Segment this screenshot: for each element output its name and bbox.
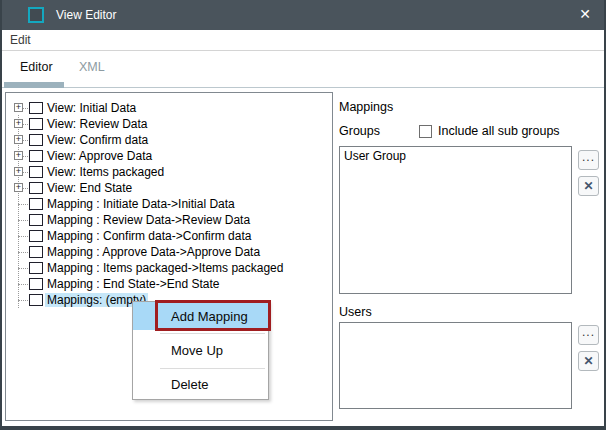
app-icon [28, 7, 44, 23]
include-sub-groups-checkbox[interactable] [419, 125, 432, 138]
list-icon [29, 102, 43, 114]
list-item[interactable]: User Group [340, 147, 571, 165]
groups-label: Groups [339, 124, 380, 138]
list-icon [29, 198, 43, 210]
close-icon[interactable]: ✕ [579, 6, 591, 22]
tab-xml[interactable]: XML [79, 60, 105, 74]
expand-icon[interactable]: + [14, 183, 23, 192]
tab-editor[interactable]: Editor [20, 60, 53, 74]
expand-icon[interactable]: + [14, 119, 23, 128]
users-browse-button[interactable]: ... [578, 325, 599, 345]
tree-item-view-end-state[interactable]: + View: End State [6, 180, 332, 196]
menu-edit[interactable]: Edit [10, 33, 31, 47]
menu-item-add-mapping[interactable]: Add Mapping [133, 302, 268, 330]
tree-item-mapping-items-packaged[interactable]: Mapping : Items packaged->Items packaged [6, 260, 332, 276]
tree-item-view-approve-data[interactable]: + View: Approve Data [6, 148, 332, 164]
tree-item-view-review-data[interactable]: + View: Review Data [6, 116, 332, 132]
title-bar: View Editor ✕ [0, 0, 606, 30]
tree-item-view-items-packaged[interactable]: + View: Items packaged [6, 164, 332, 180]
mappings-section-title: Mappings [339, 100, 393, 114]
tree-item-mapping-confirm-data[interactable]: Mapping : Confirm data->Confirm data [6, 228, 332, 244]
tab-strip: Editor XML [2, 51, 604, 88]
users-listbox[interactable] [339, 322, 572, 409]
remove-icon: ✕ [583, 179, 593, 193]
list-icon [29, 134, 43, 146]
list-icon [29, 118, 43, 130]
list-icon [29, 166, 43, 178]
list-icon [29, 246, 43, 258]
groups-listbox[interactable]: User Group [339, 146, 572, 294]
list-icon [29, 294, 43, 306]
menu-separator [160, 368, 265, 369]
groups-remove-button[interactable]: ✕ [578, 176, 599, 196]
expand-icon[interactable]: + [14, 103, 23, 112]
remove-icon: ✕ [583, 354, 593, 368]
menu-bar: Edit [2, 30, 604, 51]
expand-icon[interactable]: + [14, 167, 23, 176]
window-title: View Editor [56, 8, 116, 22]
users-remove-button[interactable]: ✕ [578, 351, 599, 371]
list-icon [29, 150, 43, 162]
expand-icon[interactable]: + [14, 135, 23, 144]
users-label: Users [339, 305, 372, 319]
view-editor-window: View Editor ✕ Edit Editor XML + View: In… [0, 0, 606, 430]
tree-item-view-initial-data[interactable]: + View: Initial Data [6, 100, 332, 116]
active-tab-indicator [4, 82, 64, 88]
list-icon [29, 182, 43, 194]
menu-item-delete[interactable]: Delete [133, 370, 268, 398]
tree-item-mapping-approve-data[interactable]: Mapping : Approve Data->Approve Data [6, 244, 332, 260]
include-sub-groups-label: Include all sub groups [438, 124, 560, 138]
tree-context-menu: Add Mapping Move Up Delete [132, 301, 269, 400]
tree-item-mapping-end-state[interactable]: Mapping : End State->End State [6, 276, 332, 292]
tree-item-mapping-initiate-data[interactable]: Mapping : Initiate Data->Initial Data [6, 196, 332, 212]
menu-separator [160, 333, 265, 334]
menu-item-move-up[interactable]: Move Up [133, 336, 268, 364]
list-icon [29, 214, 43, 226]
tree-item-view-confirm-data[interactable]: + View: Confirm data [6, 132, 332, 148]
list-icon [29, 278, 43, 290]
groups-browse-button[interactable]: ... [578, 150, 599, 170]
expand-icon[interactable]: + [14, 151, 23, 160]
tree-item-mapping-review-data[interactable]: Mapping : Review Data->Review Data [6, 212, 332, 228]
list-icon [29, 230, 43, 242]
list-icon [29, 262, 43, 274]
tree-rows: + View: Initial Data + View: Review Data… [6, 100, 332, 308]
